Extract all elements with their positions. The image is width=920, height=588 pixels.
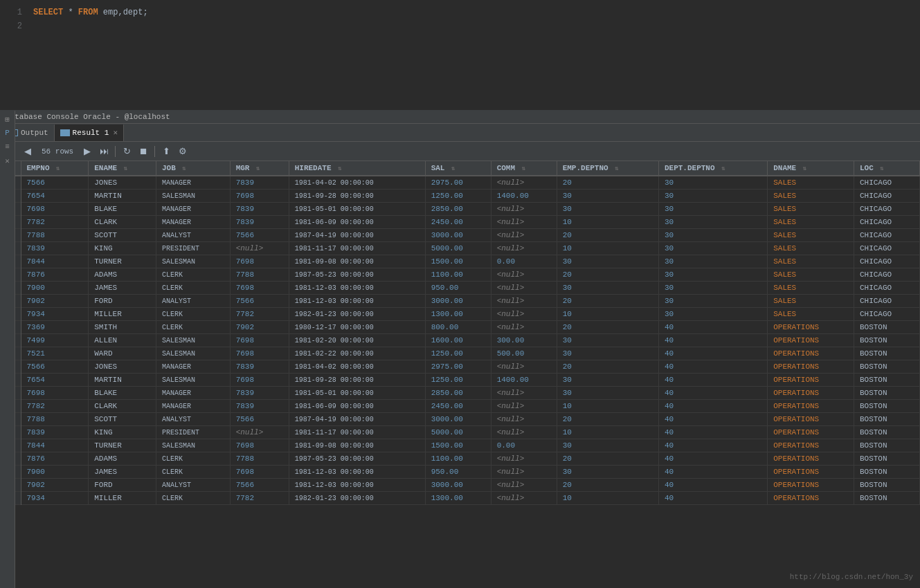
table-row[interactable]: 51 7839 KING PRESIDENT <null> 1981-11-17… xyxy=(0,426,920,439)
panel-icon-1[interactable]: ⊞ xyxy=(2,113,13,125)
content-area: ⏮ ◀ 56 rows ▶ ⏭ ↻ ⏹ ⬆ ⚙ EMPNO ⇅ ENAME ⇅ … xyxy=(0,142,920,583)
settings-btn[interactable]: ⚙ xyxy=(176,145,190,158)
cell-loc: BOSTON xyxy=(854,374,919,387)
panel-icon-3[interactable]: ✕ xyxy=(2,155,13,166)
cell-dname: SALES xyxy=(768,216,854,229)
cell-dname: OPERATIONS xyxy=(768,347,854,360)
cell-emp-deptno: 30 xyxy=(557,334,658,347)
table-row[interactable]: 49 7782 CLARK MANAGER 7839 1981-06-09 00… xyxy=(0,400,920,413)
table-row[interactable]: 40 7900 JAMES CLERK 7698 1981-12-03 00:0… xyxy=(0,282,920,295)
col-dname[interactable]: DNAME ⇅ xyxy=(768,161,854,176)
cell-emp-deptno: 10 xyxy=(557,492,658,505)
cell-emp-deptno: 30 xyxy=(557,282,658,295)
cell-dname: OPERATIONS xyxy=(768,413,854,426)
cell-comm: <null> xyxy=(491,321,557,334)
col-sal[interactable]: SAL ⇅ xyxy=(425,161,491,176)
cell-ename: TURNER xyxy=(89,439,156,452)
cell-mgr: 7788 xyxy=(230,452,289,466)
tab-result1-close[interactable]: ✕ xyxy=(113,128,118,137)
table-row[interactable]: 33 7654 MARTIN SALESMAN 7698 1981-09-28 … xyxy=(0,190,920,203)
cell-sal: 1250.00 xyxy=(425,190,491,203)
cell-ename: MILLER xyxy=(89,492,156,505)
cell-mgr: 7566 xyxy=(230,295,289,308)
col-ename[interactable]: ENAME ⇅ xyxy=(89,161,156,176)
cell-mgr: 7839 xyxy=(230,400,289,413)
table-row[interactable]: 36 7788 SCOTT ANALYST 7566 1987-04-19 00… xyxy=(0,229,920,242)
col-mgr[interactable]: MGR ⇅ xyxy=(230,161,289,176)
table-row[interactable]: 32 7566 JONES MANAGER 7839 1981-04-02 00… xyxy=(0,176,920,190)
tab-result1-label: Result 1 xyxy=(73,129,109,137)
cell-dname: SALES xyxy=(768,308,854,321)
cell-dname: SALES xyxy=(768,282,854,295)
cell-dept-deptno: 40 xyxy=(658,347,767,360)
col-empno[interactable]: EMPNO ⇅ xyxy=(21,161,89,176)
cell-dname: SALES xyxy=(768,229,854,242)
table-row[interactable]: 35 7782 CLARK MANAGER 7839 1981-06-09 00… xyxy=(0,216,920,229)
tabs-bar: Output Result 1 ✕ xyxy=(0,124,920,142)
table-row[interactable]: 53 7876 ADAMS CLERK 7788 1987-05-23 00:0… xyxy=(0,452,920,466)
col-job[interactable]: JOB ⇅ xyxy=(156,161,230,176)
cell-ename: BLAKE xyxy=(89,203,156,216)
stop-btn[interactable]: ⏹ xyxy=(136,145,150,158)
refresh-btn[interactable]: ↻ xyxy=(120,145,134,158)
cell-dept-deptno: 30 xyxy=(658,216,767,229)
table-row[interactable]: 56 7934 MILLER CLERK 7782 1982-01-23 00:… xyxy=(0,492,920,505)
last-btn[interactable]: ⏭ xyxy=(97,145,111,158)
table-row[interactable]: 39 7876 ADAMS CLERK 7788 1987-05-23 00:0… xyxy=(0,268,920,282)
panel-icon-2[interactable]: ≡ xyxy=(2,141,13,152)
table-row[interactable]: 54 7900 JAMES CLERK 7698 1981-12-03 00:0… xyxy=(0,466,920,479)
cell-job: PRESIDENT xyxy=(156,426,230,439)
cell-emp-deptno: 20 xyxy=(557,413,658,426)
cell-loc: BOSTON xyxy=(854,413,919,426)
cell-dname: OPERATIONS xyxy=(768,466,854,479)
cell-dept-deptno: 40 xyxy=(658,413,767,426)
table-row[interactable]: 37 7839 KING PRESIDENT <null> 1981-11-17… xyxy=(0,242,920,255)
col-emp-deptno[interactable]: EMP.DEPTNO ⇅ xyxy=(557,161,658,176)
table-row[interactable]: 47 7654 MARTIN SALESMAN 7698 1981-09-28 … xyxy=(0,374,920,387)
table-row[interactable]: 45 7521 WARD SALESMAN 7698 1981-02-22 00… xyxy=(0,347,920,360)
next-btn[interactable]: ▶ xyxy=(80,145,94,158)
col-hiredate[interactable]: HIREDATE ⇅ xyxy=(289,161,425,176)
table-row[interactable]: 48 7698 BLAKE MANAGER 7839 1981-05-01 00… xyxy=(0,387,920,400)
col-comm[interactable]: COMM ⇅ xyxy=(491,161,557,176)
cell-hiredate: 1981-11-17 00:00:00 xyxy=(289,426,425,439)
table-row[interactable]: 55 7902 FORD ANALYST 7566 1981-12-03 00:… xyxy=(0,479,920,492)
cell-job: SALESMAN xyxy=(156,347,230,360)
sql-line-2 xyxy=(33,19,914,33)
table-row[interactable]: 43 7369 SMITH CLERK 7902 1980-12-17 00:0… xyxy=(0,321,920,334)
table-container[interactable]: EMPNO ⇅ ENAME ⇅ JOB ⇅ MGR ⇅ HIREDATE ⇅ S… xyxy=(0,161,920,583)
cell-comm: 0.00 xyxy=(491,439,557,452)
sql-content[interactable]: SELECT * FROM emp,dept; xyxy=(28,3,920,107)
table-row[interactable]: 34 7698 BLAKE MANAGER 7839 1981-05-01 00… xyxy=(0,203,920,216)
table-row[interactable]: 41 7902 FORD ANALYST 7566 1981-12-03 00:… xyxy=(0,295,920,308)
table-row[interactable]: 52 7844 TURNER SALESMAN 7698 1981-09-08 … xyxy=(0,439,920,452)
table-row[interactable]: 44 7499 ALLEN SALESMAN 7698 1981-02-20 0… xyxy=(0,334,920,347)
table-row[interactable]: 38 7844 TURNER SALESMAN 7698 1981-09-08 … xyxy=(0,255,920,268)
cell-dept-deptno: 30 xyxy=(658,242,767,255)
cell-comm: <null> xyxy=(491,282,557,295)
cell-dname: SALES xyxy=(768,255,854,268)
cell-sal: 1250.00 xyxy=(425,347,491,360)
tab-result1[interactable]: Result 1 ✕ xyxy=(55,125,124,141)
table-row[interactable]: 42 7934 MILLER CLERK 7782 1982-01-23 00:… xyxy=(0,308,920,321)
cell-dept-deptno: 40 xyxy=(658,439,767,452)
cell-loc: BOSTON xyxy=(854,400,919,413)
cell-sal: 950.00 xyxy=(425,466,491,479)
table-row[interactable]: 50 7788 SCOTT ANALYST 7566 1987-04-19 00… xyxy=(0,413,920,426)
cell-emp-deptno: 30 xyxy=(557,255,658,268)
cell-mgr: 7698 xyxy=(230,439,289,452)
cell-empno: 7844 xyxy=(21,439,89,452)
cell-emp-deptno: 20 xyxy=(557,321,658,334)
export-btn[interactable]: ⬆ xyxy=(159,145,173,158)
prev-btn[interactable]: ◀ xyxy=(21,145,35,158)
cell-mgr: 7698 xyxy=(230,282,289,295)
cell-job: CLERK xyxy=(156,282,230,295)
col-loc[interactable]: LOC ⇅ xyxy=(854,161,919,176)
panel-icon-db[interactable]: P xyxy=(2,127,13,138)
cell-empno: 7902 xyxy=(21,295,89,308)
col-dept-deptno[interactable]: DEPT.DEPTNO ⇅ xyxy=(658,161,767,176)
result-table: EMPNO ⇅ ENAME ⇅ JOB ⇅ MGR ⇅ HIREDATE ⇅ S… xyxy=(0,161,920,505)
table-row[interactable]: 46 7566 JONES MANAGER 7839 1981-04-02 00… xyxy=(0,360,920,374)
cell-sal: 2450.00 xyxy=(425,216,491,229)
cell-loc: BOSTON xyxy=(854,360,919,374)
